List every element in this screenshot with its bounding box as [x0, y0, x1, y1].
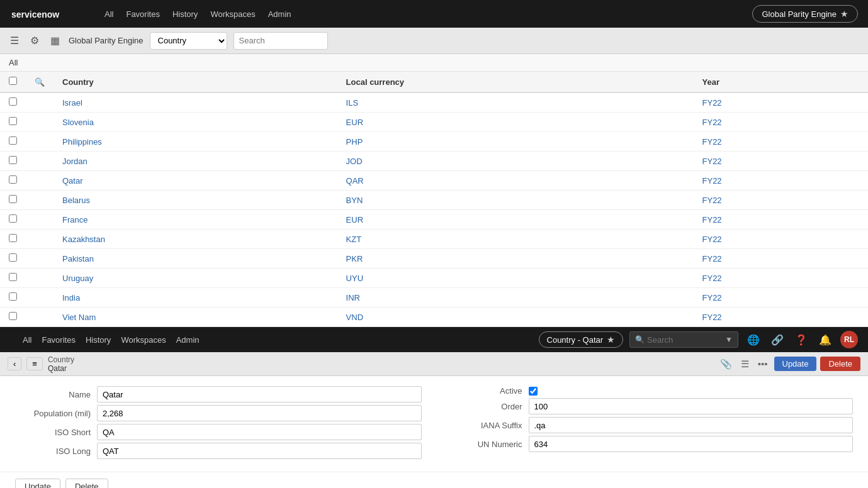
- year-link-3[interactable]: FY22: [702, 157, 722, 166]
- row-checkbox-6[interactable]: [9, 214, 17, 223]
- iso-short-input[interactable]: [97, 424, 422, 440]
- filter-button[interactable]: ⚙: [28, 33, 42, 48]
- more-options-button[interactable]: •••: [755, 357, 770, 370]
- globe-icon-button[interactable]: 🌐: [745, 333, 762, 347]
- nav-admin[interactable]: Admin: [268, 9, 291, 19]
- row-checkbox-5[interactable]: [9, 195, 17, 203]
- row-checkbox-3[interactable]: [9, 156, 17, 164]
- country-link-9[interactable]: Uruguay: [62, 274, 93, 283]
- row-checkbox-0[interactable]: [9, 97, 17, 106]
- active-checkbox[interactable]: [529, 387, 538, 396]
- country-link-4[interactable]: Qatar: [62, 176, 83, 186]
- currency-link-2[interactable]: PHP: [346, 137, 363, 147]
- servicenow-logo[interactable]: servicenow: [10, 5, 86, 23]
- row-checkbox-9[interactable]: [9, 273, 17, 281]
- nav-workspaces[interactable]: Workspaces: [210, 9, 255, 19]
- nav-history[interactable]: History: [172, 9, 198, 19]
- list-view-button[interactable]: ≡: [26, 357, 43, 370]
- country-link-8[interactable]: Pakistan: [62, 254, 94, 263]
- name-input[interactable]: [97, 386, 422, 402]
- global-parity-engine-button[interactable]: Global Parity Engine ★: [752, 5, 858, 23]
- row-checkbox-10[interactable]: [9, 292, 17, 301]
- year-link-4[interactable]: FY22: [702, 176, 722, 186]
- notification-bell-button[interactable]: 🔔: [816, 333, 834, 347]
- attachment-icon-button[interactable]: 📎: [718, 357, 735, 371]
- country-link-10[interactable]: India: [62, 293, 80, 302]
- country-link-0[interactable]: Israel: [62, 98, 82, 108]
- row-edit-cell-1: [26, 113, 54, 132]
- second-nav-workspaces[interactable]: Workspaces: [121, 335, 166, 345]
- un-numeric-input[interactable]: [529, 436, 854, 452]
- iso-long-input[interactable]: [97, 443, 422, 459]
- list-icon-button[interactable]: ☰: [738, 357, 752, 371]
- table-row: Philippines PHP FY22: [0, 132, 868, 152]
- table-row: India INR FY22: [0, 288, 868, 308]
- currency-link-8[interactable]: PKR: [346, 254, 363, 263]
- country-link-1[interactable]: Slovenia: [62, 118, 94, 127]
- year-link-10[interactable]: FY22: [702, 293, 722, 302]
- second-nav-admin[interactable]: Admin: [176, 335, 200, 345]
- year-link-1[interactable]: FY22: [702, 118, 722, 127]
- row-checkbox-7[interactable]: [9, 234, 17, 242]
- currency-link-7[interactable]: KZT: [346, 235, 362, 244]
- search-header: 🔍: [26, 72, 54, 92]
- year-link-11[interactable]: FY22: [702, 313, 722, 322]
- year-link-2[interactable]: FY22: [702, 137, 722, 147]
- currency-link-10[interactable]: INR: [346, 293, 360, 302]
- second-search-input[interactable]: [647, 335, 723, 345]
- population-input[interactable]: [97, 405, 422, 421]
- help-icon-button[interactable]: ❓: [792, 333, 810, 347]
- row-checkbox-8[interactable]: [9, 253, 17, 262]
- link-icon-button[interactable]: 🔗: [769, 333, 786, 347]
- iana-suffix-input[interactable]: [529, 417, 854, 433]
- country-link-7[interactable]: Kazakhstan: [62, 235, 105, 244]
- year-link-9[interactable]: FY22: [702, 274, 722, 283]
- currency-link-6[interactable]: EUR: [346, 215, 363, 225]
- hamburger-menu-button[interactable]: ☰: [8, 33, 21, 48]
- form-update-button[interactable]: Update: [15, 479, 60, 488]
- second-nav-favorites[interactable]: Favorites: [42, 335, 75, 345]
- country-link-11[interactable]: Viet Nam: [62, 313, 96, 322]
- currency-link-5[interactable]: BYN: [346, 196, 363, 205]
- update-button[interactable]: Update: [774, 357, 817, 371]
- country-cell-0: Israel: [54, 92, 337, 113]
- year-link-0[interactable]: FY22: [702, 98, 722, 108]
- year-link-8[interactable]: FY22: [702, 254, 722, 263]
- currency-link-4[interactable]: QAR: [346, 176, 364, 186]
- nav-favorites[interactable]: Favorites: [126, 9, 159, 19]
- row-checkbox-2[interactable]: [9, 136, 17, 145]
- view-button[interactable]: ▦: [48, 33, 62, 48]
- second-nav-all[interactable]: All: [23, 335, 31, 345]
- order-input[interactable]: [529, 398, 854, 414]
- search-icon[interactable]: 🔍: [35, 77, 45, 87]
- iso-long-label: ISO Long: [15, 446, 91, 456]
- currency-link-11[interactable]: VND: [346, 313, 363, 322]
- year-link-7[interactable]: FY22: [702, 235, 722, 244]
- currency-link-3[interactable]: JOD: [346, 157, 363, 166]
- country-link-3[interactable]: Jordan: [62, 157, 87, 166]
- nav-all[interactable]: All: [104, 9, 113, 19]
- row-checkbox-4[interactable]: [9, 175, 17, 184]
- country-link-6[interactable]: France: [62, 215, 87, 225]
- avatar[interactable]: RL: [840, 331, 858, 348]
- year-link-6[interactable]: FY22: [702, 215, 722, 225]
- back-button[interactable]: ‹: [8, 357, 21, 370]
- currency-link-9[interactable]: UYU: [346, 274, 363, 283]
- second-nav-history[interactable]: History: [86, 335, 111, 345]
- currency-link-0[interactable]: ILS: [346, 98, 359, 108]
- currency-link-1[interactable]: EUR: [346, 118, 363, 127]
- select-all-checkbox[interactable]: [9, 77, 17, 85]
- year-link-5[interactable]: FY22: [702, 196, 722, 205]
- country-link-2[interactable]: Philippines: [62, 137, 102, 147]
- row-checkbox-11[interactable]: [9, 312, 17, 320]
- country-qatar-button[interactable]: Country - Qatar ★: [539, 331, 624, 348]
- country-cell-11: Viet Nam: [54, 308, 337, 327]
- field-selector[interactable]: Country Local currency Year: [150, 32, 227, 50]
- delete-button[interactable]: Delete: [820, 357, 860, 371]
- search-dropdown-icon[interactable]: ▼: [725, 335, 733, 344]
- form-delete-button[interactable]: Delete: [65, 479, 108, 488]
- breadcrumb-sub: Qatar: [48, 364, 74, 373]
- row-checkbox-1[interactable]: [9, 117, 17, 125]
- search-input[interactable]: [234, 32, 328, 50]
- country-link-5[interactable]: Belarus: [62, 196, 90, 205]
